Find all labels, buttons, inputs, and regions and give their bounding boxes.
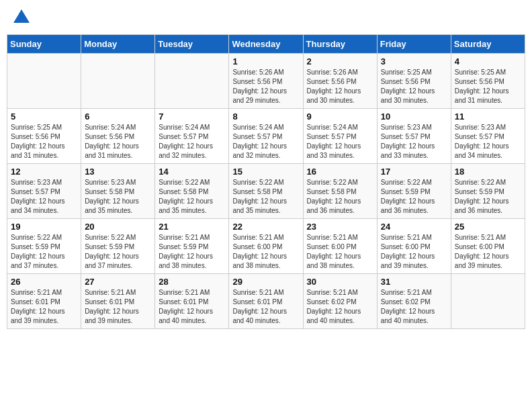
day-info: Sunrise: 5:25 AM Sunset: 5:56 PM Dayligh…: [455, 68, 521, 105]
day-of-week-header: Thursday: [303, 35, 377, 54]
calendar-day-cell: 1Sunrise: 5:26 AM Sunset: 5:56 PM Daylig…: [229, 54, 303, 109]
calendar-day-cell: 10Sunrise: 5:23 AM Sunset: 5:57 PM Dayli…: [377, 109, 451, 164]
day-number: 12: [11, 167, 77, 177]
calendar-day-cell: 6Sunrise: 5:24 AM Sunset: 5:56 PM Daylig…: [81, 109, 155, 164]
day-number: 1: [232, 56, 299, 66]
day-number: 30: [307, 277, 373, 287]
calendar-table: SundayMondayTuesdayWednesdayThursdayFrid…: [7, 34, 525, 329]
day-number: 21: [159, 222, 225, 232]
day-info: Sunrise: 5:22 AM Sunset: 5:58 PM Dayligh…: [307, 178, 373, 216]
day-number: 2: [307, 56, 373, 66]
day-info: Sunrise: 5:21 AM Sunset: 6:01 PM Dayligh…: [159, 288, 225, 326]
day-number: 31: [381, 277, 447, 287]
calendar-day-cell: 15Sunrise: 5:22 AM Sunset: 5:58 PM Dayli…: [229, 164, 303, 219]
day-info: Sunrise: 5:24 AM Sunset: 5:57 PM Dayligh…: [307, 123, 373, 161]
calendar-day-cell: 11Sunrise: 5:23 AM Sunset: 5:57 PM Dayli…: [451, 109, 525, 164]
calendar-day-cell: 19Sunrise: 5:22 AM Sunset: 5:59 PM Dayli…: [7, 219, 81, 274]
calendar-day-cell: 23Sunrise: 5:21 AM Sunset: 6:00 PM Dayli…: [303, 219, 377, 274]
day-info: Sunrise: 5:23 AM Sunset: 5:58 PM Dayligh…: [85, 178, 151, 216]
calendar-week-row: 5Sunrise: 5:25 AM Sunset: 5:56 PM Daylig…: [7, 109, 525, 164]
day-info: Sunrise: 5:21 AM Sunset: 5:59 PM Dayligh…: [159, 233, 225, 271]
day-number: 27: [85, 277, 151, 287]
calendar-day-cell: 5Sunrise: 5:25 AM Sunset: 5:56 PM Daylig…: [7, 109, 81, 164]
day-number: 11: [455, 111, 521, 122]
calendar-week-row: 19Sunrise: 5:22 AM Sunset: 5:59 PM Dayli…: [7, 219, 525, 274]
day-of-week-header: Sunday: [7, 35, 81, 54]
day-info: Sunrise: 5:22 AM Sunset: 5:58 PM Dayligh…: [232, 178, 299, 216]
day-header-row: SundayMondayTuesdayWednesdayThursdayFrid…: [7, 35, 525, 54]
day-info: Sunrise: 5:24 AM Sunset: 5:57 PM Dayligh…: [159, 123, 225, 161]
calendar-day-cell: 4Sunrise: 5:25 AM Sunset: 5:56 PM Daylig…: [451, 54, 525, 109]
day-info: Sunrise: 5:22 AM Sunset: 5:59 PM Dayligh…: [11, 233, 77, 271]
calendar-day-cell: [451, 274, 525, 329]
calendar-day-cell: 27Sunrise: 5:21 AM Sunset: 6:01 PM Dayli…: [81, 274, 155, 329]
day-info: Sunrise: 5:21 AM Sunset: 6:01 PM Dayligh…: [85, 288, 151, 326]
calendar-day-cell: 20Sunrise: 5:22 AM Sunset: 5:59 PM Dayli…: [81, 219, 155, 274]
day-of-week-header: Wednesday: [229, 35, 303, 54]
calendar-day-cell: 31Sunrise: 5:21 AM Sunset: 6:02 PM Dayli…: [377, 274, 451, 329]
calendar-day-cell: 18Sunrise: 5:22 AM Sunset: 5:59 PM Dayli…: [451, 164, 525, 219]
day-number: 4: [455, 56, 521, 66]
calendar-day-cell: 7Sunrise: 5:24 AM Sunset: 5:57 PM Daylig…: [155, 109, 229, 164]
calendar-day-cell: 21Sunrise: 5:21 AM Sunset: 5:59 PM Dayli…: [155, 219, 229, 274]
day-info: Sunrise: 5:21 AM Sunset: 6:00 PM Dayligh…: [232, 233, 299, 271]
calendar-week-row: 12Sunrise: 5:23 AM Sunset: 5:57 PM Dayli…: [7, 164, 525, 219]
day-number: 25: [455, 222, 521, 232]
day-number: 24: [381, 222, 447, 232]
calendar-week-row: 1Sunrise: 5:26 AM Sunset: 5:56 PM Daylig…: [7, 54, 525, 109]
day-info: Sunrise: 5:22 AM Sunset: 5:59 PM Dayligh…: [85, 233, 151, 271]
day-number: 6: [85, 111, 151, 122]
day-of-week-header: Saturday: [451, 35, 525, 54]
day-info: Sunrise: 5:26 AM Sunset: 5:56 PM Dayligh…: [307, 68, 373, 105]
day-info: Sunrise: 5:23 AM Sunset: 5:57 PM Dayligh…: [381, 123, 447, 161]
calendar-day-cell: 2Sunrise: 5:26 AM Sunset: 5:56 PM Daylig…: [303, 54, 377, 109]
day-info: Sunrise: 5:22 AM Sunset: 5:59 PM Dayligh…: [381, 178, 447, 216]
day-info: Sunrise: 5:21 AM Sunset: 6:00 PM Dayligh…: [307, 233, 373, 271]
day-number: 23: [307, 222, 373, 232]
svg-marker-0: [13, 9, 30, 23]
calendar-day-cell: [81, 54, 155, 109]
day-of-week-header: Tuesday: [155, 35, 229, 54]
day-info: Sunrise: 5:21 AM Sunset: 6:00 PM Dayligh…: [455, 233, 521, 271]
calendar-day-cell: 26Sunrise: 5:21 AM Sunset: 6:01 PM Dayli…: [7, 274, 81, 329]
day-number: 5: [11, 111, 77, 122]
day-number: 7: [159, 111, 225, 122]
day-number: 16: [307, 167, 373, 177]
calendar-day-cell: 8Sunrise: 5:24 AM Sunset: 5:57 PM Daylig…: [229, 109, 303, 164]
calendar-day-cell: 14Sunrise: 5:22 AM Sunset: 5:58 PM Dayli…: [155, 164, 229, 219]
header: [7, 7, 525, 29]
calendar-day-cell: 28Sunrise: 5:21 AM Sunset: 6:01 PM Dayli…: [155, 274, 229, 329]
calendar-day-cell: 16Sunrise: 5:22 AM Sunset: 5:58 PM Dayli…: [303, 164, 377, 219]
day-number: 28: [159, 277, 225, 287]
day-info: Sunrise: 5:21 AM Sunset: 6:02 PM Dayligh…: [307, 288, 373, 326]
day-info: Sunrise: 5:24 AM Sunset: 5:57 PM Dayligh…: [232, 123, 299, 161]
day-number: 19: [11, 222, 77, 232]
day-number: 8: [232, 111, 299, 122]
day-info: Sunrise: 5:25 AM Sunset: 5:56 PM Dayligh…: [11, 123, 77, 161]
day-number: 15: [232, 167, 299, 177]
calendar-day-cell: 30Sunrise: 5:21 AM Sunset: 6:02 PM Dayli…: [303, 274, 377, 329]
day-info: Sunrise: 5:23 AM Sunset: 5:57 PM Dayligh…: [455, 123, 521, 161]
calendar-day-cell: 13Sunrise: 5:23 AM Sunset: 5:58 PM Dayli…: [81, 164, 155, 219]
day-number: 22: [232, 222, 299, 232]
day-info: Sunrise: 5:21 AM Sunset: 6:02 PM Dayligh…: [381, 288, 447, 326]
day-number: 29: [232, 277, 299, 287]
calendar-day-cell: 17Sunrise: 5:22 AM Sunset: 5:59 PM Dayli…: [377, 164, 451, 219]
day-of-week-header: Monday: [81, 35, 155, 54]
day-number: 20: [85, 222, 151, 232]
day-info: Sunrise: 5:23 AM Sunset: 5:57 PM Dayligh…: [11, 178, 77, 216]
calendar-day-cell: [7, 54, 81, 109]
day-number: 26: [11, 277, 77, 287]
day-number: 10: [381, 111, 447, 122]
day-info: Sunrise: 5:22 AM Sunset: 5:59 PM Dayligh…: [455, 178, 521, 216]
day-of-week-header: Friday: [377, 35, 451, 54]
day-number: 14: [159, 167, 225, 177]
day-info: Sunrise: 5:22 AM Sunset: 5:58 PM Dayligh…: [159, 178, 225, 216]
calendar-day-cell: 22Sunrise: 5:21 AM Sunset: 6:00 PM Dayli…: [229, 219, 303, 274]
day-info: Sunrise: 5:21 AM Sunset: 6:00 PM Dayligh…: [381, 233, 447, 271]
calendar-day-cell: 29Sunrise: 5:21 AM Sunset: 6:01 PM Dayli…: [229, 274, 303, 329]
logo-icon: [13, 9, 30, 23]
day-number: 17: [381, 167, 447, 177]
day-number: 9: [307, 111, 373, 122]
day-number: 13: [85, 167, 151, 177]
